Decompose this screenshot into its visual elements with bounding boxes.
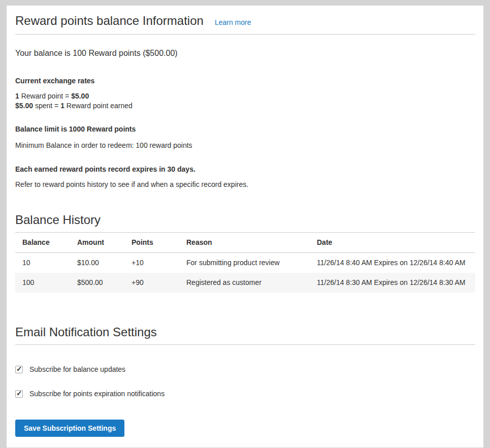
balance-history-title: Balance History xyxy=(15,213,475,233)
panel-header: Reward points balance Information Learn … xyxy=(15,14,475,35)
column-header-points: Points xyxy=(132,233,186,253)
cell-date: 11/26/14 8:40 AM Expires on 12/26/14 8:4… xyxy=(317,253,475,273)
cell-points: +90 xyxy=(132,273,186,293)
subscribe-expiration-label[interactable]: Subscribe for points expiration notifica… xyxy=(29,390,165,398)
exchange-rate-line-2: $5.00 spent = 1 Reward point earned xyxy=(15,101,475,111)
cell-amount: $10.00 xyxy=(77,253,132,273)
cell-reason: Registered as customer xyxy=(186,273,317,293)
rate2-text: spent = xyxy=(33,102,60,110)
expiry-note-text: Refer to reward points history to see if… xyxy=(15,180,475,188)
cell-balance: 100 xyxy=(15,273,77,293)
reward-points-panel: Reward points balance Information Learn … xyxy=(7,6,483,447)
cell-date: 11/26/14 8:30 AM Expires on 12/26/14 8:3… xyxy=(317,273,475,293)
page-background: Reward points balance Information Learn … xyxy=(0,0,490,448)
cell-amount: $500.00 xyxy=(77,273,132,293)
column-header-balance: Balance xyxy=(15,233,77,253)
subscribe-balance-label[interactable]: Subscribe for balance updates xyxy=(29,365,125,373)
save-subscription-button[interactable]: Save Subscription Settings xyxy=(15,420,124,437)
subscribe-balance-row: Subscribe for balance updates xyxy=(15,365,475,373)
page-title: Reward points balance Information xyxy=(15,14,204,28)
balance-history-table: Balance Amount Points Reason Date 10 $10… xyxy=(15,233,475,293)
subscribe-expiration-row: Subscribe for points expiration notifica… xyxy=(15,390,475,398)
subscribe-balance-checkbox[interactable] xyxy=(15,366,23,373)
balance-summary: Your balance is 100 Reward points ($500.… xyxy=(15,49,475,58)
rate2-amount: $5.00 xyxy=(15,102,33,110)
expiry-rule-text: Each earned reward points record expires… xyxy=(15,165,475,173)
rate1-text: Reward point = xyxy=(19,92,71,100)
rate2-points: 1 xyxy=(60,102,64,110)
column-header-reason: Reason xyxy=(186,233,317,253)
rate2-text-end: Reward point earned xyxy=(64,102,133,110)
cell-balance: 10 xyxy=(15,253,77,273)
balance-limit-text: Balance limit is 1000 Reward points xyxy=(15,125,475,133)
table-row: 100 $500.00 +90 Registered as customer 1… xyxy=(15,273,475,293)
table-header-row: Balance Amount Points Reason Date xyxy=(15,233,475,253)
exchange-rate-line-1: 1 Reward point = $5.00 xyxy=(15,91,475,101)
subscribe-expiration-checkbox[interactable] xyxy=(15,390,23,398)
exchange-rates: 1 Reward point = $5.00 $5.00 spent = 1 R… xyxy=(15,91,475,111)
column-header-amount: Amount xyxy=(77,233,132,253)
exchange-rates-heading: Current exchange rates xyxy=(15,77,475,85)
rate1-points: 1 xyxy=(15,92,19,100)
email-settings-title: Email Notification Settings xyxy=(15,325,475,345)
cell-reason: For submitting product review xyxy=(186,253,317,273)
rate1-amount: $5.00 xyxy=(71,92,89,100)
table-row: 10 $10.00 +10 For submitting product rev… xyxy=(15,253,475,273)
column-header-date: Date xyxy=(317,233,475,253)
cell-points: +10 xyxy=(132,253,186,273)
min-balance-text: Minimum Balance in order to redeem: 100 … xyxy=(15,141,475,149)
learn-more-link[interactable]: Learn more xyxy=(215,18,251,26)
